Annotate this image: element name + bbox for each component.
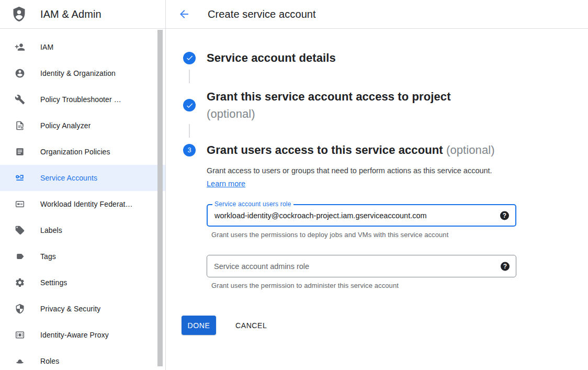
sidebar-item-tags[interactable]: Tags bbox=[0, 243, 165, 270]
list-document-icon bbox=[15, 147, 25, 157]
sidebar-item-label: Identity & Organization bbox=[40, 69, 116, 77]
users-role-input[interactable] bbox=[208, 205, 515, 226]
sidebar-item-label: Tags bbox=[40, 252, 56, 261]
step-service-account-details[interactable]: Service account details bbox=[183, 50, 588, 65]
sidebar-scrollbar-thumb[interactable] bbox=[157, 30, 163, 366]
service-account-admins-role-field: ? bbox=[207, 255, 516, 277]
cancel-button[interactable]: CANCEL bbox=[235, 321, 267, 330]
person-add-icon bbox=[15, 42, 25, 52]
step3-body: Grant access to users or groups that nee… bbox=[207, 164, 588, 289]
page-header: Create service account bbox=[166, 0, 588, 28]
label-arrow-icon bbox=[15, 251, 25, 262]
step2-title-text: Grant this service account access to pro… bbox=[207, 90, 451, 103]
tag-icon bbox=[15, 225, 25, 236]
iam-shield-icon bbox=[11, 5, 27, 23]
step2-check-icon bbox=[183, 99, 196, 111]
sidebar-item-label: Roles bbox=[40, 357, 59, 365]
hat-icon bbox=[15, 356, 25, 366]
users-role-helper-text: Grant users the permissions to deploy jo… bbox=[211, 231, 588, 239]
step-grant-users-access: 3 Grant users access to this service acc… bbox=[183, 142, 588, 158]
sidebar-item-privacy-security[interactable]: Privacy & Security bbox=[0, 296, 165, 322]
step2-optional-label: (optional) bbox=[207, 107, 255, 120]
step2-title: Grant this service account access to pro… bbox=[207, 88, 451, 122]
sidebar-item-iam[interactable]: IAM bbox=[0, 34, 165, 60]
sidebar-item-label: Policy Troubleshooter … bbox=[40, 95, 121, 104]
step1-check-icon bbox=[183, 52, 196, 64]
sidebar-item-label: Policy Analyzer bbox=[40, 121, 91, 130]
sidebar-item-policy-troubleshooter[interactable]: Policy Troubleshooter … bbox=[0, 86, 165, 113]
create-service-account-form: Service account details Grant this servi… bbox=[166, 29, 588, 370]
sidebar-item-identity-organization[interactable]: Identity & Organization bbox=[0, 60, 165, 86]
sidebar-item-organization-policies[interactable]: Organization Policies bbox=[0, 139, 165, 165]
page-title: Create service account bbox=[208, 8, 316, 20]
sidebar-item-label: Workload Identity Federat… bbox=[40, 200, 133, 208]
users-role-floating-label: Service account users role bbox=[212, 200, 293, 208]
step1-title: Service account details bbox=[207, 50, 336, 65]
top-bar: IAM & Admin Create service account bbox=[0, 0, 588, 29]
id-card-icon bbox=[15, 199, 25, 209]
sidebar-scrollbar-track bbox=[157, 29, 163, 370]
sidebar-item-label: Settings bbox=[40, 278, 67, 287]
document-gear-icon bbox=[15, 120, 25, 131]
service-account-key-icon bbox=[15, 173, 25, 183]
step3-title-text: Grant users access to this service accou… bbox=[207, 143, 443, 156]
sidebar-item-policy-analyzer[interactable]: Policy Analyzer bbox=[0, 113, 165, 139]
help-icon[interactable]: ? bbox=[501, 262, 510, 271]
account-circle-icon bbox=[15, 68, 25, 79]
step-grant-access-to-project[interactable]: Grant this service account access to pro… bbox=[183, 88, 588, 122]
description-text: Grant access to users or groups that nee… bbox=[207, 166, 492, 175]
form-actions: DONE CANCEL bbox=[182, 316, 588, 335]
arrow-back-icon[interactable] bbox=[178, 8, 190, 20]
step-connector bbox=[189, 124, 190, 138]
learn-more-link[interactable]: Learn more bbox=[207, 180, 245, 188]
step3-description: Grant access to users or groups that nee… bbox=[207, 164, 501, 190]
done-button[interactable]: DONE bbox=[182, 316, 216, 335]
product-header: IAM & Admin bbox=[0, 0, 166, 28]
help-icon[interactable]: ? bbox=[500, 211, 509, 220]
service-account-users-role-field: Service account users role ? bbox=[207, 204, 516, 227]
sidebar-item-labels[interactable]: Labels bbox=[0, 217, 165, 243]
step3-number-badge: 3 bbox=[183, 144, 196, 156]
sidebar-item-label: Privacy & Security bbox=[40, 305, 100, 313]
admins-role-helper-text: Grant users the permission to administer… bbox=[211, 282, 588, 289]
step-connector bbox=[189, 70, 190, 83]
sidebar-item-label: Service Accounts bbox=[40, 174, 97, 182]
wrench-icon bbox=[15, 94, 25, 105]
iam-admin-app: IAM & Admin Create service account IAM I… bbox=[0, 0, 588, 370]
step3-title: Grant users access to this service accou… bbox=[207, 142, 495, 158]
shield-half-icon bbox=[15, 304, 25, 314]
sidebar-nav: IAM Identity & Organization Policy Troub… bbox=[0, 29, 166, 370]
sidebar-item-workload-identity-federation[interactable]: Workload Identity Federat… bbox=[0, 191, 165, 217]
sidebar-item-label: Identity-Aware Proxy bbox=[40, 331, 109, 339]
sidebar-item-identity-aware-proxy[interactable]: Identity-Aware Proxy bbox=[0, 322, 165, 348]
sidebar-item-label: Labels bbox=[40, 226, 62, 234]
step3-optional-label: (optional) bbox=[446, 143, 495, 156]
sidebar-item-roles[interactable]: Roles bbox=[0, 348, 165, 370]
sidebar-item-service-accounts[interactable]: Service Accounts bbox=[0, 165, 165, 191]
sidebar-item-label: IAM bbox=[40, 43, 53, 51]
sidebar-item-settings[interactable]: Settings bbox=[0, 270, 165, 296]
sidebar-item-label: Organization Policies bbox=[40, 148, 110, 156]
proxy-grid-icon bbox=[15, 330, 25, 340]
admins-role-input[interactable] bbox=[207, 255, 516, 277]
product-name: IAM & Admin bbox=[40, 8, 101, 20]
gear-icon bbox=[15, 277, 25, 288]
